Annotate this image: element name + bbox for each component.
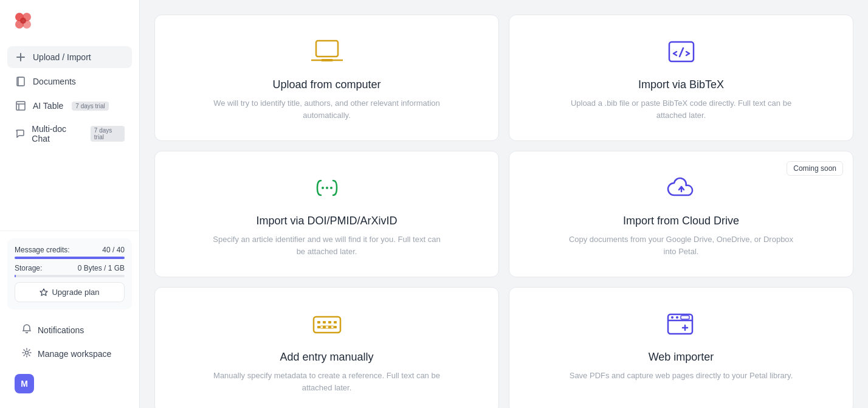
svg-rect-22 (328, 321, 331, 323)
notifications-label: Notifications (38, 325, 84, 335)
svg-line-15 (680, 48, 683, 57)
web-importer-title: Web importer (649, 351, 714, 364)
svg-rect-24 (317, 326, 320, 328)
svg-point-16 (322, 187, 324, 189)
sidebar-item-documents-label: Documents (33, 77, 76, 86)
card-add-manually[interactable]: Add entry manually Manually specify meta… (154, 287, 499, 408)
sidebar-item-upload-import[interactable]: Upload / Import (7, 46, 132, 68)
upgrade-plan-label: Upgrade plan (52, 288, 99, 297)
card-upload-computer[interactable]: Upload from computer We will try to iden… (154, 15, 499, 141)
svg-rect-19 (314, 317, 340, 333)
gear-icon (22, 348, 32, 359)
sidebar-item-notifications[interactable]: Notifications (15, 319, 125, 341)
storage-bar (15, 275, 125, 277)
credits-bar (15, 257, 125, 259)
cards-grid: Upload from computer We will try to iden… (154, 15, 853, 408)
svg-point-32 (676, 316, 678, 319)
svg-rect-7 (16, 102, 25, 110)
web-importer-desc: Save PDFs and capture web pages directly… (570, 370, 793, 382)
keyboard-icon (310, 307, 344, 341)
svg-rect-11 (316, 41, 338, 57)
sidebar-item-multi-doc-chat-label: Multi-doc Chat (32, 124, 82, 143)
add-manually-desc: Manually specify metadata to create a re… (212, 370, 443, 393)
svg-rect-33 (681, 316, 689, 319)
documents-icon (15, 75, 27, 88)
svg-point-4 (20, 18, 26, 24)
multi-doc-chat-trial-badge: 7 days trial (91, 126, 125, 142)
add-manually-title: Add entry manually (280, 351, 373, 364)
card-import-doi[interactable]: Import via DOI/PMID/ArXivID Specify an a… (154, 151, 499, 277)
storage-label: Storage: 0 Bytes / 1 GB (15, 264, 125, 272)
card-import-cloud[interactable]: Coming soon Import from Cloud Drive Copy… (509, 151, 853, 277)
sidebar-item-ai-table-label: AI Table (33, 101, 63, 111)
credits-label-text: Message credits: (15, 246, 70, 254)
svg-rect-21 (323, 321, 326, 323)
card-import-bibtex[interactable]: Import via BibTeX Upload a .bib file or … (509, 15, 853, 141)
braces-icon (310, 171, 344, 205)
upload-computer-title: Upload from computer (272, 78, 381, 91)
svg-rect-25 (323, 326, 326, 328)
svg-rect-20 (317, 321, 320, 323)
svg-rect-6 (18, 77, 24, 86)
ai-table-trial-badge: 7 days trial (72, 102, 108, 111)
storage-bar-fill (15, 275, 16, 277)
sidebar-item-manage-workspace[interactable]: Manage workspace (15, 343, 125, 364)
svg-point-10 (26, 351, 29, 354)
cloud-icon (664, 171, 698, 205)
svg-point-17 (326, 187, 328, 189)
sidebar-footer-items: Notifications Manage workspace (7, 314, 132, 369)
import-bibtex-title: Import via BibTeX (638, 78, 724, 91)
sidebar-item-multi-doc-chat[interactable]: Multi-doc Chat 7 days trial (7, 119, 132, 148)
svg-point-18 (330, 187, 332, 189)
manage-workspace-label: Manage workspace (38, 349, 111, 359)
bell-icon (22, 324, 32, 336)
main-content: Upload from computer We will try to iden… (140, 0, 868, 408)
svg-point-31 (671, 316, 673, 319)
import-doi-title: Import via DOI/PMID/ArXivID (256, 215, 397, 227)
sidebar-nav: Upload / Import Documents AI Table 7 day… (0, 41, 139, 230)
sidebar-item-documents[interactable]: Documents (7, 71, 132, 92)
logo-area (0, 0, 139, 41)
svg-rect-26 (328, 326, 331, 328)
import-cloud-desc: Copy documents from your Google Drive, O… (566, 233, 797, 257)
upgrade-icon (40, 288, 48, 297)
ai-table-icon (15, 100, 27, 112)
import-cloud-title: Import from Cloud Drive (623, 215, 739, 227)
laptop-icon (310, 35, 344, 69)
sidebar-bottom: Message credits: 40 / 40 Storage: 0 Byte… (0, 230, 139, 408)
storage-label-text: Storage: (15, 264, 42, 272)
avatar-initial: M (21, 379, 28, 389)
sidebar-item-ai-table[interactable]: AI Table 7 days trial (7, 95, 132, 117)
plus-icon (15, 51, 27, 63)
card-web-importer[interactable]: Web importer Save PDFs and capture web p… (509, 287, 853, 408)
coming-soon-badge: Coming soon (787, 161, 843, 176)
credits-label: Message credits: 40 / 40 (15, 246, 125, 254)
code-brackets-icon (664, 35, 698, 69)
import-doi-desc: Specify an article identifier and we wil… (212, 233, 443, 257)
browser-icon (664, 307, 698, 341)
sidebar-item-upload-import-label: Upload / Import (33, 52, 91, 62)
upgrade-plan-button[interactable]: Upgrade plan (15, 282, 125, 302)
upload-computer-desc: We will try to identify title, authors, … (212, 97, 443, 121)
petal-logo-icon (12, 10, 34, 32)
credits-section: Message credits: 40 / 40 Storage: 0 Byte… (7, 238, 132, 309)
import-bibtex-desc: Upload a .bib file or paste BibTeX code … (566, 97, 797, 121)
credits-bar-fill (15, 257, 125, 259)
avatar[interactable]: M (15, 374, 34, 393)
svg-rect-27 (334, 326, 337, 328)
svg-rect-23 (334, 321, 337, 323)
storage-value: 0 Bytes / 1 GB (78, 264, 125, 272)
chat-icon (15, 128, 26, 140)
svg-rect-28 (320, 326, 334, 328)
sidebar: Upload / Import Documents AI Table 7 day… (0, 0, 140, 408)
credits-value: 40 / 40 (102, 246, 125, 254)
